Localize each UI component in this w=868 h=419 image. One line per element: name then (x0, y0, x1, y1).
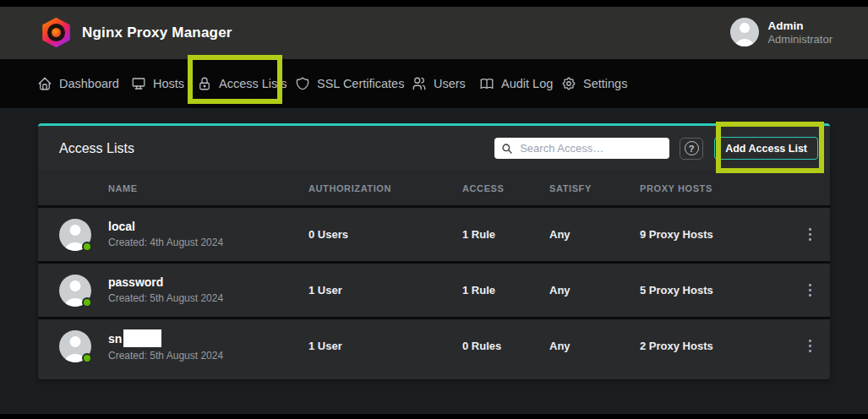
row-actions-cell (790, 336, 830, 356)
column-header: Proxy Hosts (640, 183, 790, 193)
avatar-body-shape (734, 39, 755, 46)
access-list-name: sn (108, 329, 223, 347)
satisfy-cell: Any (549, 228, 640, 241)
screen: Nginx Proxy Manager Admin Administrator … (0, 0, 868, 419)
nav-item-label: Access Lists (219, 77, 287, 90)
kebab-menu-icon[interactable] (804, 280, 816, 300)
access-list-name: local (108, 219, 223, 234)
nav-item[interactable]: Settings (561, 76, 627, 91)
row-actions-cell (790, 280, 830, 300)
name-block: password Created: 5th August 2024 (108, 275, 223, 306)
user-menu[interactable]: Admin Administrator (730, 18, 833, 46)
gear-icon (561, 76, 576, 91)
book-icon (479, 76, 494, 91)
table-header: Name Authorization Access Satisfy Proxy … (38, 171, 830, 205)
online-status-dot (82, 353, 92, 363)
nav-item-label: Dashboard (59, 77, 119, 90)
main-nav: Dashboard Hosts Access Lists SSL Certifi… (0, 59, 868, 108)
authorization-cell: 1 User (308, 340, 462, 352)
user-info: Admin Administrator (767, 19, 833, 46)
column-header: Authorization (308, 183, 462, 193)
access-cell: 0 Rules (462, 340, 549, 352)
nav-item[interactable]: SSL Certificates (295, 76, 404, 91)
nav-item[interactable]: Users (412, 76, 466, 91)
table-row[interactable]: password Created: 5th August 2024 1 User… (38, 261, 830, 317)
panel-title: Access Lists (59, 141, 134, 156)
online-status-dot (82, 242, 92, 252)
nav-item[interactable]: Hosts (131, 76, 184, 91)
app-title: Nginx Proxy Manager (82, 24, 232, 41)
avatar-head-shape (70, 225, 81, 236)
name-block: local Created: 4th August 2024 (108, 219, 223, 250)
nav-item[interactable]: Dashboard (37, 76, 119, 91)
online-status-dot (82, 297, 92, 307)
access-list-name: password (108, 275, 223, 290)
created-date: Created: 5th August 2024 (108, 349, 223, 363)
access-lists-panel: Access Lists ? Add Access List Name (38, 123, 830, 379)
created-date: Created: 4th August 2024 (108, 236, 223, 250)
avatar-wrap (59, 330, 91, 362)
row-actions-cell (790, 225, 830, 244)
nav-item[interactable]: Audit Log (479, 76, 553, 91)
redaction-overlay (123, 329, 161, 347)
page-content: Access Lists ? Add Access List Name (0, 108, 868, 414)
search-icon (501, 143, 513, 155)
avatar-head-shape (70, 336, 81, 347)
user-avatar (730, 18, 759, 46)
name-cell: local Created: 4th August 2024 (38, 219, 308, 251)
nav-item-label: SSL Certificates (317, 77, 404, 90)
lock-icon (197, 76, 212, 91)
nav-item-label: Settings (583, 77, 627, 90)
authorization-cell: 0 Users (308, 228, 462, 241)
avatar-head-shape (740, 23, 750, 33)
name-block: sn Created: 5th August 2024 (108, 329, 223, 363)
nginx-proxy-manager-logo-icon (41, 17, 72, 48)
app-brand[interactable]: Nginx Proxy Manager (41, 17, 232, 48)
nav-item[interactable]: Access Lists (197, 76, 287, 91)
proxy-hosts-cell: 5 Proxy Hosts (640, 284, 790, 297)
avatar-wrap (59, 275, 91, 307)
avatar-wrap (59, 219, 91, 251)
app-header: Nginx Proxy Manager Admin Administrator (0, 7, 868, 59)
table-body: local Created: 4th August 2024 0 Users 1… (38, 205, 830, 373)
table-row[interactable]: local Created: 4th August 2024 0 Users 1… (38, 205, 830, 261)
table-row[interactable]: sn Created: 5th August 2024 1 User 0 Rul… (38, 317, 830, 373)
shield-icon (295, 76, 310, 91)
satisfy-cell: Any (549, 340, 640, 352)
home-icon (37, 76, 52, 91)
column-header: Access (462, 183, 549, 193)
proxy-hosts-cell: 2 Proxy Hosts (640, 340, 790, 352)
satisfy-cell: Any (549, 284, 640, 297)
name-cell: password Created: 5th August 2024 (38, 275, 308, 307)
user-role: Administrator (767, 33, 833, 46)
user-name: Admin (767, 19, 833, 33)
add-access-list-button[interactable]: Add Access List (714, 137, 818, 160)
help-button[interactable]: ? (680, 138, 703, 160)
search-input[interactable] (520, 142, 663, 155)
access-cell: 1 Rule (462, 284, 549, 297)
access-cell: 1 Rule (462, 228, 549, 241)
column-header: Name (38, 183, 308, 193)
search-box[interactable] (494, 138, 669, 159)
name-cell: sn Created: 5th August 2024 (38, 329, 308, 363)
created-date: Created: 5th August 2024 (108, 291, 223, 306)
proxy-hosts-cell: 9 Proxy Hosts (640, 228, 790, 241)
nav-item-label: Users (434, 77, 466, 90)
panel-header: Access Lists ? Add Access List (38, 126, 830, 171)
monitor-icon (131, 76, 146, 91)
nav-item-label: Audit Log (501, 77, 553, 90)
users-icon (412, 76, 427, 91)
kebab-menu-icon[interactable] (804, 225, 816, 244)
avatar-head-shape (70, 280, 81, 291)
nav-item-label: Hosts (153, 77, 184, 90)
authorization-cell: 1 User (308, 284, 462, 297)
question-mark-icon: ? (685, 141, 699, 155)
column-header: Satisfy (549, 183, 640, 193)
kebab-menu-icon[interactable] (804, 336, 816, 356)
